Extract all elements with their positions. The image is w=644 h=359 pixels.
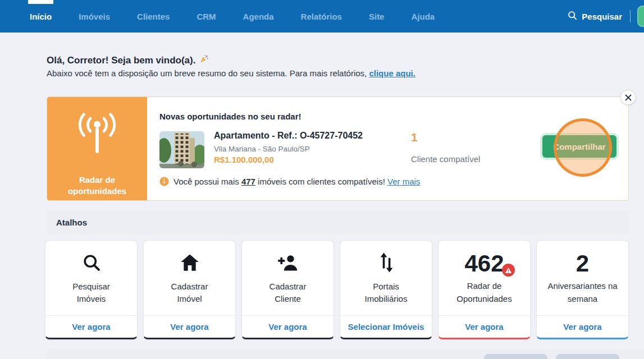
shortcut-label: Cadastrar Cliente (257, 280, 319, 306)
info-text: Você possui mais 477 imóveis com cliente… (173, 177, 420, 186)
compatible-client-label: Cliente compatível (411, 154, 480, 164)
radar-panel-title: Radar de oportunidades (63, 174, 131, 197)
shortcut-action-link[interactable]: Selecionar Imóveis (340, 315, 432, 338)
shortcut-label: Cadastrar Imóvel (159, 280, 221, 306)
shortcut-action-link[interactable]: Ver agora (439, 315, 530, 338)
shortcut-action-link[interactable]: Ver agora (537, 315, 628, 338)
property-location: Vila Mariana - São Paulo/SP (214, 145, 310, 153)
shortcut-card-pesquisar-imoveis[interactable]: Pesquisar Imóveis Ver agora (45, 240, 138, 339)
greeting-subtitle: Abaixo você tem a disposição um breve re… (47, 68, 415, 78)
nav-item-site[interactable]: Site (369, 0, 385, 33)
shortcuts-title: Atalhos (56, 218, 87, 227)
share-button[interactable]: Compartilhar (542, 135, 616, 158)
search-label: Pesquisar (582, 12, 622, 21)
home-icon (180, 252, 200, 273)
radar-antenna-icon (73, 112, 121, 162)
count-value: 462 (464, 250, 504, 277)
search-icon (81, 252, 102, 273)
birthday-count: 2 (576, 252, 589, 275)
partial-button-left[interactable] (484, 354, 547, 359)
info-suffix: imóveis com clientes compatíveis! (255, 177, 387, 186)
card-body: Cadastrar Cliente (242, 241, 334, 315)
property-price: R$1.100.000,00 (214, 155, 274, 164)
card-body: Pesquisar Imóveis (45, 241, 137, 315)
info-prefix: Você possui mais (173, 177, 241, 186)
greeting-title: Olá, Corretor! Seja bem vindo(a). (47, 54, 209, 67)
shortcut-card-radar-oportunidades[interactable]: 462 Radar de Oportunidades Ver agora (438, 240, 531, 339)
shortcut-card-cadastrar-cliente[interactable]: Cadastrar Cliente Ver agora (241, 240, 334, 339)
nav-item-agenda[interactable]: Agenda (243, 0, 274, 33)
party-popper-icon (199, 54, 209, 67)
top-navigation-bar: Início Imóveis Clientes CRM Agenda Relat… (0, 0, 644, 33)
close-icon (625, 94, 632, 101)
shortcut-card-aniversariantes[interactable]: 2 Aniversariantes na semana Ver agora (536, 240, 629, 339)
shortcut-label: Radar de Oportunidades (448, 280, 521, 305)
person-add-icon (277, 252, 299, 273)
shortcut-action-link[interactable]: Ver agora (242, 315, 334, 338)
radar-panel: Radar de oportunidades (47, 97, 147, 200)
property-thumbnail (159, 131, 204, 168)
close-button[interactable] (620, 90, 636, 105)
transfer-arrows-icon (378, 252, 395, 273)
nav-right-group: Pesquisar (568, 0, 644, 33)
info-count: 477 (241, 177, 255, 186)
reports-link[interactable]: clique aqui. (369, 68, 415, 78)
shortcut-card-portais-imobiliarios[interactable]: Portais Imobiliários Selecionar Imóveis (340, 240, 432, 339)
compatible-client-count: 1 (411, 131, 418, 144)
shortcut-label: Portais Imobiliários (353, 280, 420, 306)
card-body: Cadastrar Imóvel (144, 241, 235, 315)
nav-item-inicio[interactable]: Início (30, 0, 52, 33)
info-icon (159, 177, 169, 186)
next-section-band (47, 349, 644, 359)
shortcuts-section-header: Atalhos (47, 210, 629, 234)
card-body: 2 Aniversariantes na semana (537, 241, 628, 315)
nav-item-imoveis[interactable]: Imóveis (79, 0, 110, 33)
nav-item-ajuda[interactable]: Ajuda (411, 0, 435, 33)
search-icon (568, 11, 577, 22)
shortcut-card-cadastrar-imovel[interactable]: Cadastrar Imóvel Ver agora (143, 240, 236, 339)
shortcut-action-link[interactable]: Ver agora (45, 315, 137, 338)
nav-item-clientes[interactable]: Clientes (137, 0, 170, 33)
warning-badge-icon (502, 264, 515, 277)
home-page: Início Imóveis Clientes CRM Agenda Relat… (0, 0, 644, 359)
search-button[interactable]: Pesquisar (568, 11, 622, 22)
nav-divider (630, 10, 631, 22)
property-title: Apartamento - Ref.: O-45727-70452 (214, 131, 363, 141)
partial-button-right[interactable] (556, 354, 619, 359)
card-body: 462 Radar de Oportunidades (439, 241, 530, 315)
green-action-button-partial[interactable] (637, 6, 644, 27)
nav-item-crm[interactable]: CRM (197, 0, 216, 33)
radar-opportunities-card: Radar de oportunidades Novas oportunidad… (47, 96, 629, 201)
shortcut-action-link[interactable]: Ver agora (144, 315, 235, 338)
greeting-text: Olá, Corretor! Seja bem vindo(a). (47, 55, 195, 66)
shortcut-label: Aniversariantes na semana (542, 280, 623, 305)
radar-heading: Novas oportunidades no seu radar! (159, 112, 302, 121)
greeting-subtitle-text: Abaixo você tem a disposição um breve re… (47, 68, 369, 78)
shortcut-label: Pesquisar Imóveis (61, 280, 122, 306)
nav-item-relatorios[interactable]: Relatórios (301, 0, 342, 33)
card-body: Portais Imobiliários (340, 241, 432, 315)
radar-info-row: Você possui mais 477 imóveis com cliente… (159, 177, 420, 186)
radar-count: 462 (464, 252, 504, 275)
count-value: 2 (576, 250, 589, 277)
see-more-link[interactable]: Ver mais (387, 177, 420, 186)
